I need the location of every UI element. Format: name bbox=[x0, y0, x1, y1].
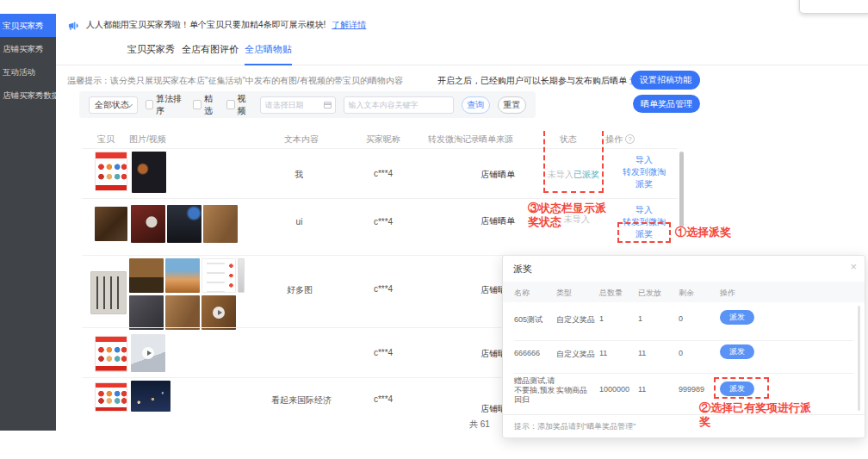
prize-remaining: 999989 bbox=[679, 385, 704, 394]
forward-weitao-link[interactable]: 转发到微淘 bbox=[614, 166, 674, 178]
status-select[interactable]: 全部状态 bbox=[89, 96, 138, 114]
reset-button[interactable]: 重置 bbox=[498, 96, 526, 114]
dispatch-button[interactable]: 派发 bbox=[720, 310, 754, 325]
product-thumbnail[interactable] bbox=[95, 382, 127, 412]
annotation-box-status-column bbox=[543, 131, 604, 193]
prize-name: 666666 bbox=[514, 349, 540, 357]
tab-quandian-shaiwutie[interactable]: 全店晒物贴 bbox=[245, 36, 292, 65]
media-thumbnail[interactable] bbox=[131, 334, 165, 372]
setup-solicit-button[interactable]: 设置招稿功能 bbox=[631, 71, 700, 90]
question-circle-icon[interactable]: ? bbox=[625, 134, 635, 144]
featured-checkbox[interactable]: 精选 bbox=[193, 93, 219, 117]
col-header-ops: 操作? bbox=[605, 133, 635, 146]
tab-baobei-maijiaxiu[interactable]: 宝贝买家秀 bbox=[127, 36, 175, 65]
media-thumbnail[interactable] bbox=[202, 295, 236, 330]
import-link[interactable]: 导入 bbox=[614, 154, 674, 166]
prize-total: 1000000 bbox=[599, 385, 629, 394]
sort-checkbox[interactable]: 算法排序 bbox=[146, 93, 186, 117]
sidebar-item-maijiaxiu-shuju[interactable]: 店铺买家秀数据 bbox=[0, 84, 56, 107]
prize-type: 自定义奖品 bbox=[556, 349, 595, 360]
prize-type: 自定义奖品 bbox=[556, 314, 595, 326]
media-thumbnail[interactable] bbox=[238, 258, 245, 293]
prize-manage-button[interactable]: 晒单奖品管理 bbox=[633, 95, 700, 113]
modal-col-type: 类型 bbox=[556, 288, 572, 299]
product-thumbnail[interactable] bbox=[95, 207, 127, 241]
product-thumbnail[interactable] bbox=[95, 152, 127, 191]
date-picker bbox=[260, 96, 336, 114]
sort-checkbox-label: 算法排序 bbox=[156, 93, 185, 117]
buyer-nick: c***4 bbox=[362, 394, 405, 404]
featured-checkbox-label: 精选 bbox=[204, 93, 219, 117]
media-thumbnail[interactable] bbox=[165, 258, 200, 293]
close-icon[interactable]: × bbox=[850, 260, 857, 273]
video-checkbox[interactable]: 视频 bbox=[226, 93, 252, 117]
play-icon bbox=[142, 347, 154, 359]
media-thumbnail[interactable] bbox=[131, 381, 170, 412]
media-thumbnail[interactable] bbox=[129, 295, 164, 330]
modal-row-divider bbox=[514, 340, 853, 341]
annotation-step2: ②选择已有奖项进行派奖 bbox=[699, 401, 813, 430]
row-operations: 导入 转发到微淘 派奖 bbox=[614, 154, 674, 190]
col-header-source: 晒单来源 bbox=[479, 133, 513, 146]
ops-header-label: 操作 bbox=[605, 134, 623, 144]
row-text: 看起来国际经济 bbox=[267, 394, 336, 406]
checkbox-icon[interactable] bbox=[193, 100, 202, 109]
sidebar-item-baobei-maijiaxiu[interactable]: 宝贝买家秀 bbox=[0, 14, 56, 37]
col-header-forward: 转发微淘记录 bbox=[428, 133, 480, 146]
scrollbar-thumb[interactable] bbox=[679, 152, 684, 227]
prize-remaining: 0 bbox=[679, 314, 683, 323]
buyer-nick: c***4 bbox=[362, 169, 405, 178]
annotation-step3: ③状态栏显示派奖状态 bbox=[528, 202, 614, 230]
filter-bar: 全部状态 算法排序 精选 视频 查询 重置 bbox=[79, 91, 536, 118]
modal-footer-tip: 提示：添加奖品请到"晒单奖品管理" bbox=[514, 421, 636, 432]
media-thumbnail[interactable] bbox=[165, 295, 200, 330]
sidebar-item-hudong-huodong[interactable]: 互动活动 bbox=[0, 60, 56, 84]
checkbox-icon[interactable] bbox=[146, 100, 154, 109]
media-thumbnail[interactable] bbox=[202, 258, 236, 293]
prize-total: 1 bbox=[599, 314, 604, 323]
source: 店铺晒单 bbox=[475, 215, 520, 227]
media-thumbnail[interactable] bbox=[132, 152, 166, 193]
calendar-icon bbox=[324, 102, 332, 109]
media-thumbnail[interactable] bbox=[129, 258, 164, 293]
tip-text: 温馨提示：该分类只展现买家在本店"征集活动"中发布的有图/有视频的带宝贝的晒物内… bbox=[67, 75, 403, 87]
dispatch-button[interactable]: 派发 bbox=[720, 344, 754, 359]
prize-total: 11 bbox=[599, 349, 607, 357]
total-count: 共 61 bbox=[469, 419, 490, 431]
play-icon bbox=[213, 307, 225, 319]
modal-row-divider bbox=[514, 373, 853, 374]
media-thumbnail[interactable] bbox=[131, 205, 165, 243]
notice-bar: 人人都能用宝贝买家秀啦！单个宝贝只要加精4条即可展示模块!了解详情 bbox=[67, 16, 366, 34]
status-select-value: 全部状态 bbox=[95, 100, 129, 109]
col-header-nick: 买家昵称 bbox=[366, 133, 400, 146]
modal-col-issued: 已发放 bbox=[638, 288, 661, 299]
product-thumbnail[interactable] bbox=[90, 271, 127, 314]
modal-scrollbar[interactable] bbox=[858, 306, 860, 411]
tab-bar: 宝贝买家秀 全店有图评价 全店晒物贴 bbox=[56, 36, 868, 65]
sidebar: 宝贝买家秀 店铺买家秀 互动活动 店铺买家秀数据 bbox=[0, 14, 56, 431]
media-thumbnail[interactable] bbox=[203, 205, 238, 243]
tab-quandian-youtu[interactable]: 全店有图评价 bbox=[182, 36, 239, 65]
checkbox-icon[interactable] bbox=[226, 100, 235, 109]
media-thumbnail[interactable] bbox=[167, 205, 202, 243]
prize-issued: 11 bbox=[638, 349, 646, 357]
prize-issued: 1 bbox=[638, 314, 642, 323]
col-header-product: 宝贝 bbox=[97, 133, 115, 146]
megaphone-icon bbox=[67, 19, 80, 32]
product-thumbnail[interactable] bbox=[95, 336, 127, 372]
row-text: ui bbox=[280, 217, 319, 226]
annotation-box-award-link bbox=[617, 222, 671, 243]
sidebar-item-dianpu-maijiaxiu[interactable]: 店铺买家秀 bbox=[0, 37, 56, 60]
annotation-step1: ①选择派奖 bbox=[675, 226, 753, 239]
search-button[interactable]: 查询 bbox=[462, 96, 490, 114]
award-link[interactable]: 派奖 bbox=[614, 178, 674, 190]
browser-popup-fragment bbox=[799, 0, 868, 14]
prize-name: 605测试 bbox=[514, 314, 542, 326]
keyword-input[interactable] bbox=[344, 96, 454, 114]
video-checkbox-label: 视频 bbox=[238, 93, 252, 117]
notice-detail-link[interactable]: 了解详情 bbox=[332, 19, 366, 31]
prize-remaining: 0 bbox=[679, 349, 683, 357]
row-text: 我 bbox=[280, 169, 319, 181]
import-link[interactable]: 导入 bbox=[614, 204, 674, 216]
prize-issued: 11 bbox=[638, 385, 646, 394]
